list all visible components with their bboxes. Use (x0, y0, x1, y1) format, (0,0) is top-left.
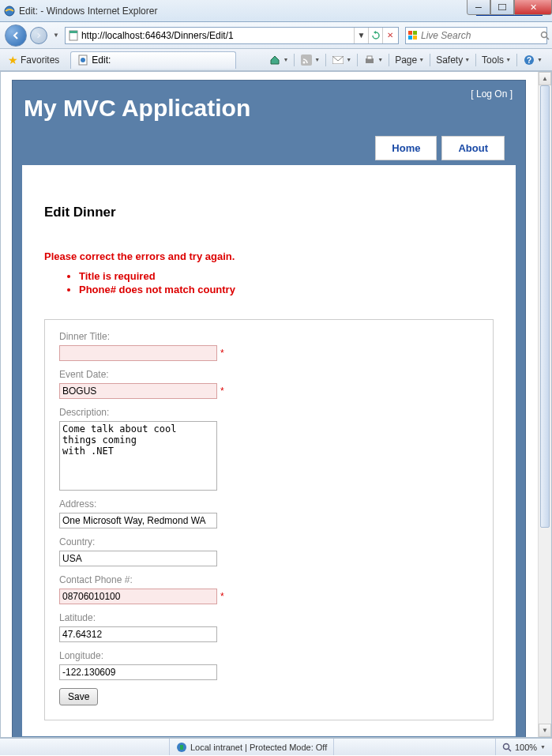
browser-viewport: [ Log On ] My MVC Application Home About… (0, 71, 552, 738)
address-input[interactable] (59, 513, 217, 528)
svg-rect-6 (413, 31, 417, 35)
description-input[interactable]: Come talk about cool things coming with … (59, 421, 217, 491)
intranet-icon (176, 742, 187, 753)
zoom-control[interactable]: 100% ▼ (495, 739, 552, 755)
print-button[interactable]: ▼ (360, 52, 386, 68)
tab-page-icon (77, 55, 88, 66)
search-bar[interactable] (405, 27, 547, 44)
svg-rect-17 (367, 56, 372, 59)
zoom-level: 100% (515, 743, 537, 752)
stop-button[interactable]: ✕ (382, 28, 396, 43)
rss-icon (300, 54, 313, 66)
home-button[interactable]: ▼ (265, 52, 291, 68)
safety-menu[interactable]: Safety ▼ (433, 53, 473, 67)
validation-error-item: Phone# does not match country (79, 284, 494, 295)
phone-error-indicator: * (220, 591, 224, 602)
event-date-label: Event Date: (59, 369, 479, 380)
status-bar: Local intranet | Protected Mode: Off 100… (0, 738, 552, 755)
bing-icon (407, 30, 419, 41)
mail-icon (332, 54, 344, 66)
title-label: Dinner Title: (59, 331, 479, 342)
zoom-dropdown[interactable]: ▼ (540, 744, 546, 750)
close-button[interactable]: ✕ (514, 0, 552, 15)
phone-label: Contact Phone #: (59, 574, 479, 585)
star-icon: ★ (8, 54, 18, 66)
forward-button[interactable] (30, 27, 47, 44)
svg-line-10 (546, 37, 549, 39)
home-icon (268, 54, 281, 66)
save-button[interactable]: Save (59, 688, 98, 705)
phone-input[interactable] (59, 589, 217, 604)
tab-label: Edit: (92, 55, 229, 66)
svg-text:?: ? (527, 56, 531, 65)
security-zone[interactable]: Local intranet | Protected Mode: Off (169, 739, 333, 755)
address-bar[interactable]: ▼ ✕ (65, 27, 399, 44)
scroll-up-button[interactable]: ▲ (539, 72, 551, 85)
zoom-icon (502, 743, 512, 752)
favorites-label: Favorites (21, 55, 59, 66)
search-input[interactable] (419, 30, 540, 41)
minimize-button[interactable]: ─ (467, 0, 490, 15)
svg-rect-8 (413, 36, 417, 39)
latitude-label: Latitude: (59, 612, 479, 623)
nav-home-tab[interactable]: Home (375, 136, 437, 160)
feeds-button[interactable]: ▼ (297, 52, 323, 68)
latitude-input[interactable] (59, 626, 217, 642)
svg-point-22 (503, 743, 509, 749)
mail-button[interactable]: ▼ (329, 52, 355, 68)
status-segment (333, 739, 352, 755)
description-label: Description: (59, 407, 479, 418)
country-label: Country: (59, 536, 479, 547)
title-error-indicator: * (220, 348, 224, 359)
refresh-button[interactable] (368, 28, 382, 43)
app-title: My MVC Application (24, 88, 514, 136)
svg-point-9 (542, 32, 547, 37)
url-input[interactable] (81, 30, 354, 41)
url-dropdown[interactable]: ▼ (354, 28, 368, 43)
title-input[interactable] (59, 345, 217, 361)
tab-toolbar-row: ★ Favorites Edit: ▼ ▼ ▼ ▼ Page ▼ Safety … (0, 49, 552, 71)
help-button[interactable]: ?▼ (520, 52, 546, 68)
page-menu[interactable]: Page ▼ (392, 53, 427, 67)
page-icon (67, 29, 80, 42)
country-input[interactable] (59, 551, 217, 566)
nav-about-tab[interactable]: About (441, 136, 505, 160)
validation-error-item: Title is required (79, 270, 494, 282)
address-label: Address: (59, 498, 479, 510)
favorites-button[interactable]: ★ Favorites (3, 52, 64, 68)
svg-line-23 (509, 749, 511, 751)
window-titlebar: Edit: - Windows Internet Explorer Send F… (0, 0, 552, 22)
longitude-input[interactable] (59, 664, 217, 680)
svg-rect-1 (498, 4, 506, 10)
log-on-link[interactable]: Log On (476, 88, 507, 100)
scroll-thumb[interactable] (540, 85, 550, 528)
page-heading: Edit Dinner (44, 205, 494, 220)
zone-text: Local intranet | Protected Mode: Off (190, 743, 327, 752)
validation-error-list: Title is required Phone# does not match … (79, 270, 494, 295)
navigation-bar: ▼ ▼ ✕ (0, 22, 552, 49)
ie-icon (3, 5, 16, 17)
help-icon: ? (523, 54, 535, 66)
browser-tab[interactable]: Edit: (70, 51, 236, 69)
vertical-scrollbar[interactable]: ▲ ▼ (538, 72, 551, 737)
page-frame: [ Log On ] My MVC Application Home About… (12, 80, 526, 737)
login-section: [ Log On ] (471, 88, 513, 100)
back-button[interactable] (5, 24, 27, 47)
event-date-error-indicator: * (220, 386, 224, 397)
search-go-button[interactable] (540, 31, 550, 40)
print-icon (363, 54, 376, 66)
main-content: Edit Dinner Please correct the errors an… (22, 165, 516, 736)
svg-rect-5 (408, 31, 412, 35)
nav-history-dropdown[interactable]: ▼ (51, 32, 62, 39)
edit-form: Dinner Title: * Event Date: * (44, 319, 494, 720)
tools-menu[interactable]: Tools ▼ (479, 53, 514, 67)
svg-rect-3 (69, 31, 77, 33)
window-title: Edit: - Windows Internet Explorer (19, 6, 476, 17)
scroll-down-button[interactable]: ▼ (539, 724, 551, 737)
maximize-button[interactable] (490, 0, 514, 15)
longitude-label: Longitude: (59, 650, 479, 661)
svg-point-12 (81, 58, 85, 62)
event-date-input[interactable] (59, 383, 217, 399)
svg-point-14 (303, 61, 306, 63)
validation-summary: Please correct the errors and try again. (44, 250, 494, 262)
